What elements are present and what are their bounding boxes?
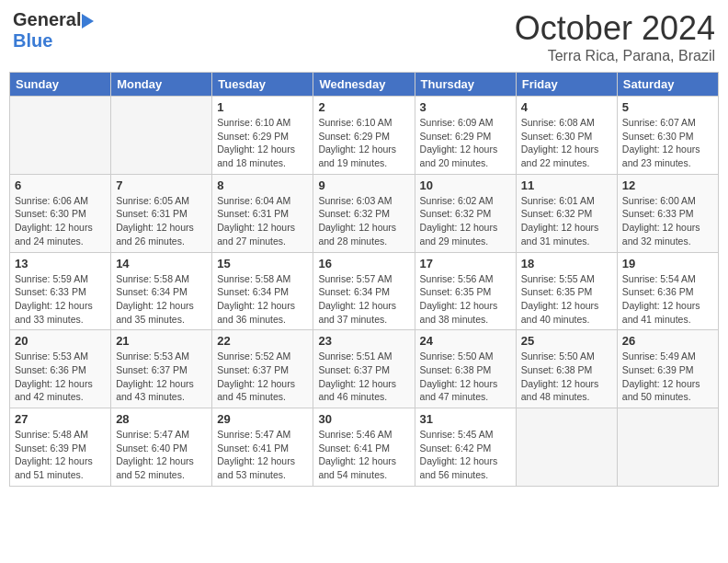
calendar-cell: 24Sunrise: 5:50 AMSunset: 6:38 PMDayligh… (415, 330, 516, 408)
col-tuesday: Tuesday (212, 73, 313, 97)
day-number: 2 (318, 100, 409, 114)
calendar-cell: 29Sunrise: 5:47 AMSunset: 6:41 PMDayligh… (212, 408, 313, 487)
day-number: 26 (622, 334, 713, 348)
day-info: Sunrise: 5:55 AMSunset: 6:35 PMDaylight:… (521, 272, 612, 327)
calendar-cell: 11Sunrise: 6:01 AMSunset: 6:32 PMDayligh… (516, 174, 617, 252)
day-number: 31 (420, 412, 511, 426)
logo-blue-text: Blue (13, 30, 94, 52)
calendar-cell: 12Sunrise: 6:00 AMSunset: 6:33 PMDayligh… (617, 174, 718, 252)
day-number: 16 (318, 257, 409, 270)
day-number: 25 (521, 334, 612, 348)
day-info: Sunrise: 6:05 AMSunset: 6:31 PMDaylight:… (116, 194, 207, 248)
day-number: 29 (217, 412, 308, 426)
page-subtitle: Terra Rica, Parana, Brazil (515, 48, 715, 64)
calendar-cell: 2Sunrise: 6:10 AMSunset: 6:29 PMDaylight… (313, 97, 415, 175)
day-number: 27 (15, 412, 106, 426)
col-sunday: Sunday (10, 73, 111, 97)
calendar-cell: 3Sunrise: 6:09 AMSunset: 6:29 PMDaylight… (415, 97, 516, 175)
day-number: 23 (318, 334, 409, 348)
logo-arrow-icon (82, 14, 94, 29)
day-info: Sunrise: 6:00 AMSunset: 6:33 PMDaylight:… (622, 194, 713, 248)
calendar-cell: 23Sunrise: 5:51 AMSunset: 6:37 PMDayligh… (313, 330, 415, 408)
day-info: Sunrise: 5:49 AMSunset: 6:39 PMDaylight:… (622, 350, 713, 404)
day-number: 1 (217, 100, 308, 114)
day-number: 8 (217, 178, 308, 192)
calendar-cell: 1Sunrise: 6:10 AMSunset: 6:29 PMDaylight… (212, 97, 313, 175)
day-info: Sunrise: 6:04 AMSunset: 6:31 PMDaylight:… (217, 194, 308, 248)
calendar-cell: 4Sunrise: 6:08 AMSunset: 6:30 PMDaylight… (516, 97, 617, 175)
calendar-cell: 26Sunrise: 5:49 AMSunset: 6:39 PMDayligh… (617, 330, 718, 408)
calendar-cell: 18Sunrise: 5:55 AMSunset: 6:35 PMDayligh… (516, 252, 617, 330)
page-title: October 2024 (515, 9, 715, 48)
day-info: Sunrise: 6:10 AMSunset: 6:29 PMDaylight:… (217, 116, 308, 170)
col-wednesday: Wednesday (313, 73, 415, 97)
calendar-cell: 6Sunrise: 6:06 AMSunset: 6:30 PMDaylight… (10, 174, 111, 252)
calendar-cell: 21Sunrise: 5:53 AMSunset: 6:37 PMDayligh… (111, 330, 212, 408)
col-thursday: Thursday (415, 73, 516, 97)
day-info: Sunrise: 5:53 AMSunset: 6:36 PMDaylight:… (15, 350, 106, 404)
day-info: Sunrise: 5:47 AMSunset: 6:41 PMDaylight:… (217, 428, 308, 482)
day-number: 12 (622, 178, 713, 192)
day-number: 11 (521, 178, 612, 192)
day-info: Sunrise: 5:50 AMSunset: 6:38 PMDaylight:… (420, 350, 511, 404)
logo-general: General (13, 9, 81, 29)
day-number: 9 (318, 178, 409, 192)
day-info: Sunrise: 5:45 AMSunset: 6:42 PMDaylight:… (420, 428, 511, 482)
day-info: Sunrise: 6:10 AMSunset: 6:29 PMDaylight:… (318, 116, 409, 170)
day-info: Sunrise: 5:58 AMSunset: 6:34 PMDaylight:… (116, 272, 207, 327)
calendar-week-row: 20Sunrise: 5:53 AMSunset: 6:36 PMDayligh… (10, 330, 719, 408)
day-number: 10 (420, 178, 511, 192)
day-info: Sunrise: 6:08 AMSunset: 6:30 PMDaylight:… (521, 116, 612, 170)
calendar-week-row: 6Sunrise: 6:06 AMSunset: 6:30 PMDaylight… (10, 174, 719, 252)
calendar-week-row: 1Sunrise: 6:10 AMSunset: 6:29 PMDaylight… (10, 97, 719, 175)
day-number: 14 (116, 257, 207, 270)
calendar-cell (617, 408, 718, 487)
calendar-cell: 8Sunrise: 6:04 AMSunset: 6:31 PMDaylight… (212, 174, 313, 252)
day-info: Sunrise: 5:56 AMSunset: 6:35 PMDaylight:… (420, 272, 511, 327)
day-number: 21 (116, 334, 207, 348)
day-number: 28 (116, 412, 207, 426)
calendar-cell: 17Sunrise: 5:56 AMSunset: 6:35 PMDayligh… (415, 252, 516, 330)
calendar-cell: 7Sunrise: 6:05 AMSunset: 6:31 PMDaylight… (111, 174, 212, 252)
calendar-cell: 22Sunrise: 5:52 AMSunset: 6:37 PMDayligh… (212, 330, 313, 408)
day-number: 19 (622, 257, 713, 270)
day-info: Sunrise: 5:58 AMSunset: 6:34 PMDaylight:… (217, 272, 308, 327)
day-info: Sunrise: 5:53 AMSunset: 6:37 PMDaylight:… (116, 350, 207, 404)
calendar-cell: 14Sunrise: 5:58 AMSunset: 6:34 PMDayligh… (111, 252, 212, 330)
col-monday: Monday (111, 73, 212, 97)
title-block: October 2024 Terra Rica, Parana, Brazil (515, 9, 715, 64)
calendar-cell: 27Sunrise: 5:48 AMSunset: 6:39 PMDayligh… (10, 408, 111, 487)
day-number: 5 (622, 100, 713, 114)
calendar-cell: 9Sunrise: 6:03 AMSunset: 6:32 PMDaylight… (313, 174, 415, 252)
calendar-cell: 30Sunrise: 5:46 AMSunset: 6:41 PMDayligh… (313, 408, 415, 487)
calendar-cell: 25Sunrise: 5:50 AMSunset: 6:38 PMDayligh… (516, 330, 617, 408)
day-info: Sunrise: 5:48 AMSunset: 6:39 PMDaylight:… (15, 428, 106, 482)
calendar-cell (111, 97, 212, 175)
calendar-table: Sunday Monday Tuesday Wednesday Thursday… (9, 72, 719, 487)
day-info: Sunrise: 6:07 AMSunset: 6:30 PMDaylight:… (622, 116, 713, 170)
day-number: 3 (420, 100, 511, 114)
calendar-cell (10, 97, 111, 175)
calendar-cell: 10Sunrise: 6:02 AMSunset: 6:32 PMDayligh… (415, 174, 516, 252)
day-info: Sunrise: 5:51 AMSunset: 6:37 PMDaylight:… (318, 350, 409, 404)
calendar-week-row: 13Sunrise: 5:59 AMSunset: 6:33 PMDayligh… (10, 252, 719, 330)
day-number: 13 (15, 257, 106, 270)
logo-blue: Blue (13, 30, 52, 51)
day-number: 22 (217, 334, 308, 348)
calendar-cell: 31Sunrise: 5:45 AMSunset: 6:42 PMDayligh… (415, 408, 516, 487)
calendar-cell: 16Sunrise: 5:57 AMSunset: 6:34 PMDayligh… (313, 252, 415, 330)
day-info: Sunrise: 6:01 AMSunset: 6:32 PMDaylight:… (521, 194, 612, 248)
day-info: Sunrise: 6:06 AMSunset: 6:30 PMDaylight:… (15, 194, 106, 248)
day-info: Sunrise: 5:47 AMSunset: 6:40 PMDaylight:… (116, 428, 207, 482)
day-info: Sunrise: 6:03 AMSunset: 6:32 PMDaylight:… (318, 194, 409, 248)
day-number: 6 (15, 178, 106, 192)
calendar-header-row: Sunday Monday Tuesday Wednesday Thursday… (10, 73, 719, 97)
calendar-cell: 19Sunrise: 5:54 AMSunset: 6:36 PMDayligh… (617, 252, 718, 330)
day-info: Sunrise: 6:09 AMSunset: 6:29 PMDaylight:… (420, 116, 511, 170)
day-info: Sunrise: 5:57 AMSunset: 6:34 PMDaylight:… (318, 272, 409, 327)
day-info: Sunrise: 5:59 AMSunset: 6:33 PMDaylight:… (15, 272, 106, 327)
logo: General Blue (13, 9, 94, 52)
day-info: Sunrise: 5:52 AMSunset: 6:37 PMDaylight:… (217, 350, 308, 404)
day-number: 24 (420, 334, 511, 348)
day-number: 15 (217, 257, 308, 270)
